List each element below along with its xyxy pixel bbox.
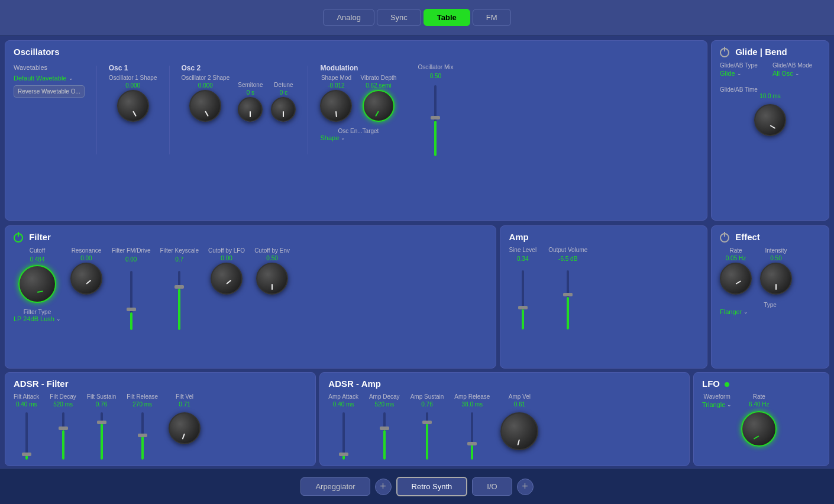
tab-sync[interactable]: Sync <box>377 9 421 26</box>
sine-level-track <box>522 270 524 329</box>
glide-mode-value[interactable]: All Osc ⌄ <box>772 70 820 77</box>
resonance-label: Resonance <box>72 247 102 254</box>
output-volume-thumb[interactable] <box>563 293 573 296</box>
vibrato-group: Vibrato Depth 0.62 semi <box>360 75 396 122</box>
wavetable-value[interactable]: Default Wavetable ⌄ <box>14 75 85 82</box>
filter-type-value[interactable]: LP 24dB Lush ⌄ <box>14 315 61 322</box>
filter-power-icon[interactable] <box>14 233 23 243</box>
fm-drive-label: Filter FM/Drive <box>112 247 151 254</box>
sine-level-fill <box>522 309 524 329</box>
effect-type-value[interactable]: Flanger ⌄ <box>720 308 820 315</box>
adsr-filter-panel: ADSR - Filter Filt Attack 0.40 ms Filt D… <box>5 372 316 466</box>
tab-table[interactable]: Table <box>424 9 470 26</box>
lfo-cutoff-knob[interactable] <box>211 263 243 295</box>
effect-power-icon[interactable] <box>720 233 729 243</box>
filt-attack-thumb[interactable] <box>22 453 31 456</box>
osc-env-value[interactable]: Shape ⌄ <box>320 134 396 141</box>
amp-decay-label: Amp Decay <box>369 393 400 400</box>
amp-attack-thumb[interactable] <box>339 453 348 456</box>
add-tab-btn-1[interactable]: + <box>375 479 392 495</box>
tab-analog[interactable]: Analog <box>323 9 374 26</box>
glide-type-value[interactable]: Glide ⌄ <box>720 70 768 77</box>
filt-decay-track <box>62 412 64 460</box>
glide-time-value: 10.0 ms <box>720 93 820 99</box>
lfo-rate-knob[interactable] <box>741 411 777 447</box>
vibrato-label: Vibrato Depth <box>360 75 396 81</box>
amp-sustain-thumb[interactable] <box>422 421 432 424</box>
vibrato-value: 0.62 semi <box>366 82 391 89</box>
fm-drive-track <box>130 271 132 330</box>
lfo-waveform-value[interactable]: Triangle ⌄ <box>702 401 732 408</box>
amp-vel-group: Amp Vel 0.61 <box>500 393 538 450</box>
osc2-semitone-knob[interactable] <box>238 97 263 122</box>
filt-attack-label: Filt Attack <box>14 393 39 400</box>
osc-mix-fill <box>434 121 437 156</box>
effect-title: Effect <box>720 232 820 243</box>
osc2-knob-row: Oscillator 2 Shape 0.000 Semitone 0 s <box>182 75 296 122</box>
filt-vel-knob[interactable] <box>169 412 201 444</box>
osc1-block: Osc 1 Oscillator 1 Shape 0.000 <box>109 64 157 122</box>
tab-fm[interactable]: FM <box>473 9 511 26</box>
fm-drive-thumb[interactable] <box>127 308 136 311</box>
shape-mod-value: -0.012 <box>328 82 344 89</box>
glide-type-label: Glide/AB Type <box>720 62 768 69</box>
filt-vel-group: Filt Vel 0.71 <box>169 393 201 444</box>
osc-mix-thumb[interactable] <box>431 116 440 119</box>
amp-sustain-section: Amp Sustain 0.76 <box>410 393 444 460</box>
keyscale-thumb[interactable] <box>174 285 184 289</box>
amp-decay-fill <box>383 430 386 460</box>
amp-panel: Amp Sine Level 0.34 Output Volume -6.5 d… <box>500 225 707 369</box>
amp-vel-knob[interactable] <box>500 412 538 450</box>
shape-mod-knob[interactable] <box>320 90 352 122</box>
osc2-shape-knob[interactable] <box>189 90 221 122</box>
amp-decay-thumb[interactable] <box>380 427 389 430</box>
lfo-rate-group: Rate 6.40 Hz <box>741 393 777 447</box>
adsr-amp-controls: Amp Attack 0.40 ms Amp Decay 520 ms <box>328 393 681 460</box>
osc1-shape-knob[interactable] <box>117 90 149 122</box>
amp-release-fill <box>471 445 473 460</box>
amp-sustain-value: 0.76 <box>421 401 432 408</box>
top-nav: Analog Sync Table FM <box>0 0 834 35</box>
osc2-detune-knob[interactable] <box>271 97 296 122</box>
env-cutoff-knob[interactable] <box>256 263 288 295</box>
filt-attack-section: Filt Attack 0.40 ms <box>14 393 39 460</box>
retro-synth-tab[interactable]: Retro Synth <box>396 477 468 496</box>
filter-type-label: Filter Type <box>14 309 61 315</box>
filt-decay-thumb[interactable] <box>59 427 68 430</box>
sine-level-thumb[interactable] <box>518 306 528 309</box>
filt-sustain-thumb[interactable] <box>97 421 106 424</box>
add-tab-btn-2[interactable]: + <box>517 479 534 495</box>
bottom-bar: Arpeggiator + Retro Synth I/O + <box>0 469 834 504</box>
osc2-semitone-label: Semitone <box>238 82 263 88</box>
filt-release-thumb[interactable] <box>138 434 147 437</box>
osc2-block: Osc 2 Oscillator 2 Shape 0.000 Semitone … <box>182 64 296 122</box>
effect-type-label: Type <box>720 302 820 308</box>
io-tab[interactable]: I/O <box>472 477 512 496</box>
filter-title: Filter <box>14 232 487 243</box>
filt-attack-value: 0.40 ms <box>16 401 37 408</box>
glide-time-section: Glide/AB Time 10.0 ms <box>720 86 820 136</box>
amp-attack-value: 0.40 ms <box>333 401 354 408</box>
glide-time-knob[interactable] <box>754 104 786 136</box>
cutoff-knob[interactable] <box>18 265 56 303</box>
resonance-knob[interactable] <box>70 263 102 295</box>
effect-rate-group: Rate 0.05 Hz <box>720 247 752 295</box>
glide-type-chevron: ⌄ <box>737 70 742 76</box>
wavetable-chevron: ⌄ <box>69 75 73 81</box>
osc-divider1 <box>96 66 97 154</box>
glide-mode-field: Glide/AB Mode All Osc ⌄ <box>772 62 820 77</box>
amp-title: Amp <box>509 232 699 242</box>
lfo-cutoff-group: Cutoff by LFO 0.00 <box>208 247 245 295</box>
output-volume-label: Output Volume <box>548 247 587 253</box>
effect-rate-label: Rate <box>729 247 742 254</box>
amp-release-thumb[interactable] <box>467 442 477 445</box>
vibrato-knob[interactable] <box>363 90 395 122</box>
glide-power-icon[interactable] <box>720 48 729 57</box>
amp-sustain-track <box>426 412 428 460</box>
osc-mix-track <box>434 85 437 156</box>
arpeggiator-tab[interactable]: Arpeggiator <box>300 477 370 496</box>
osc2-detune-value: 0 c <box>280 89 287 96</box>
effect-rate-knob[interactable] <box>720 263 752 295</box>
reverse-wavetable-btn[interactable]: Reverse Wavetable O... <box>14 85 85 98</box>
effect-intensity-knob[interactable] <box>760 263 792 295</box>
